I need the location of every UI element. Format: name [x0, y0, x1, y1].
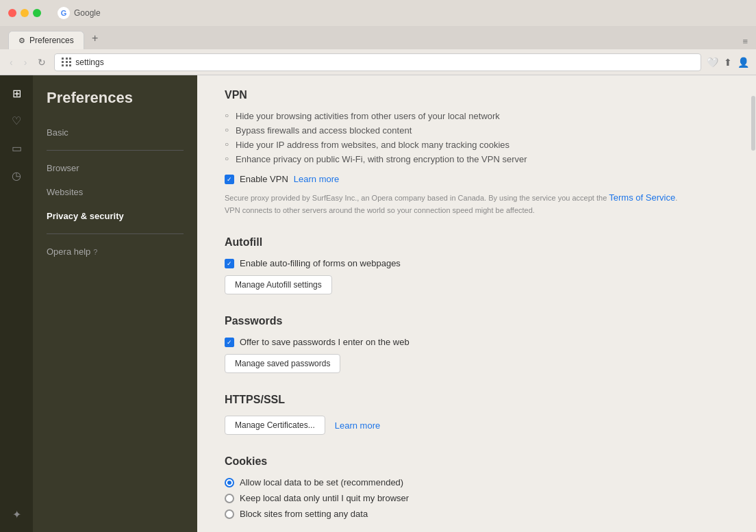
- address-text: settings: [75, 58, 103, 67]
- scrollbar-track[interactable]: [751, 75, 756, 532]
- manage-certificates-button[interactable]: Manage Certificates...: [225, 416, 325, 435]
- https-learn-more-link[interactable]: Learn more: [335, 420, 380, 431]
- cookies-option-2-label: Keep local data only until I quit my bro…: [240, 493, 409, 503]
- offer-save-passwords-row[interactable]: Offer to save passwords I enter on the w…: [225, 337, 729, 347]
- back-button[interactable]: ‹: [7, 55, 16, 69]
- manage-saved-passwords-button[interactable]: Manage saved passwords: [225, 354, 340, 373]
- sidebar-icon-monitor[interactable]: ▭: [5, 137, 27, 159]
- cookies-title: Cookies: [225, 455, 729, 468]
- vpn-bullet-1: Hide your browsing activities from other…: [225, 111, 729, 121]
- https-ssl-title: HTTPS/SSL: [225, 394, 729, 406]
- close-button[interactable]: [8, 9, 16, 17]
- https-ssl-section: HTTPS/SSL Manage Certificates... Learn m…: [225, 394, 729, 435]
- bookmark-button[interactable]: 🤍: [707, 57, 718, 68]
- cookies-option-3-row[interactable]: Block sites from setting any data: [225, 509, 729, 519]
- cookies-radio-3[interactable]: [225, 509, 234, 519]
- nav-item-basic[interactable]: Basic: [33, 121, 197, 144]
- tab-icon: ⚙: [18, 36, 25, 45]
- tab-menu-icon[interactable]: ≡: [742, 36, 748, 47]
- enable-autofill-row[interactable]: Enable auto-filling of forms on webpages: [225, 258, 729, 268]
- minimize-button[interactable]: [21, 9, 29, 17]
- profile-button[interactable]: 👤: [738, 57, 749, 68]
- nav-item-browser[interactable]: Browser: [33, 156, 197, 180]
- enable-vpn-label: Enable VPN: [240, 174, 288, 184]
- nav-item-opera-help[interactable]: Opera help ?: [33, 240, 197, 264]
- main-content: VPN Hide your browsing activities from o…: [197, 75, 756, 532]
- scrollbar-thumb[interactable]: [751, 96, 755, 151]
- vpn-bullets: Hide your browsing activities from other…: [225, 111, 729, 164]
- sidebar-icon-clock[interactable]: ◷: [5, 164, 27, 186]
- cookies-radio-2[interactable]: [225, 494, 234, 503]
- nav-title: Preferences: [33, 89, 197, 121]
- vpn-learn-more-link[interactable]: Learn more: [294, 174, 339, 184]
- cookies-option-1-row[interactable]: Allow local data to be set (recommended): [225, 477, 729, 487]
- vpn-title: VPN: [225, 89, 729, 101]
- nav-divider-2: [47, 233, 184, 234]
- autofill-title: Autofill: [225, 236, 729, 249]
- google-logo: G: [58, 7, 70, 19]
- nav-divider: [47, 150, 184, 151]
- vpn-notice: Secure proxy provided by SurfEasy Inc., …: [225, 191, 729, 216]
- reload-button[interactable]: ↻: [35, 55, 49, 69]
- vpn-bullet-2: Bypass firewalls and access blocked cont…: [225, 125, 729, 136]
- enable-vpn-checkbox[interactable]: [225, 175, 234, 184]
- enable-autofill-checkbox[interactable]: [225, 259, 234, 268]
- passwords-section: Passwords Offer to save passwords I ente…: [225, 315, 729, 373]
- tab-preferences[interactable]: ⚙ Preferences: [8, 31, 84, 49]
- address-bar[interactable]: settings: [54, 53, 701, 71]
- passwords-title: Passwords: [225, 315, 729, 327]
- vpn-bullet-4: Enhance privacy on public Wi-Fi, with st…: [225, 154, 729, 164]
- cookies-option-3-label: Block sites from setting any data: [240, 509, 368, 519]
- sidebar-icons: ⊞ ♡ ▭ ◷ ✦: [0, 75, 33, 532]
- vpn-section: VPN Hide your browsing activities from o…: [225, 89, 729, 216]
- maximize-button[interactable]: [33, 9, 41, 17]
- new-tab-button[interactable]: +: [87, 30, 103, 47]
- cookies-option-2-row[interactable]: Keep local data only until I quit my bro…: [225, 493, 729, 503]
- help-icon: ?: [93, 248, 97, 256]
- vpn-bullet-3: Hide your IP address from websites, and …: [225, 140, 729, 150]
- grid-icon: [62, 58, 71, 66]
- enable-autofill-label: Enable auto-filling of forms on webpages: [240, 258, 401, 268]
- app-name: Google: [74, 8, 101, 18]
- offer-save-passwords-label: Offer to save passwords I enter on the w…: [240, 337, 410, 347]
- sidebar-icon-heart[interactable]: ♡: [5, 110, 27, 131]
- nav-panel: Preferences Basic Browser Websites Priva…: [33, 75, 197, 532]
- cookies-radio-1[interactable]: [225, 478, 234, 487]
- autofill-section: Autofill Enable auto-filling of forms on…: [225, 236, 729, 294]
- enable-vpn-row[interactable]: Enable VPN Learn more: [225, 174, 729, 184]
- sidebar-icon-puzzle[interactable]: ✦: [5, 503, 27, 525]
- manage-autofill-button[interactable]: Manage Autofill settings: [225, 275, 332, 294]
- terms-link[interactable]: Terms of Service: [609, 192, 675, 203]
- nav-item-privacy[interactable]: Privacy & security: [33, 204, 197, 228]
- share-button[interactable]: ⬆: [724, 57, 732, 68]
- cookies-option-1-label: Allow local data to be set (recommended): [240, 477, 403, 487]
- forward-button[interactable]: ›: [21, 55, 30, 69]
- traffic-lights[interactable]: [8, 9, 41, 17]
- tab-label: Preferences: [29, 36, 74, 45]
- sidebar-icon-grid[interactable]: ⊞: [5, 82, 27, 104]
- nav-item-websites[interactable]: Websites: [33, 180, 197, 204]
- offer-save-passwords-checkbox[interactable]: [225, 338, 234, 347]
- cookies-section: Cookies Allow local data to be set (reco…: [225, 455, 729, 519]
